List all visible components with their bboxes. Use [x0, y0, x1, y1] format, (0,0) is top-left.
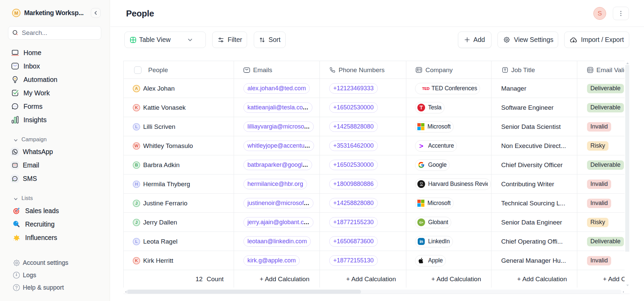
svg-text:HBR: HBR: [420, 185, 423, 186]
